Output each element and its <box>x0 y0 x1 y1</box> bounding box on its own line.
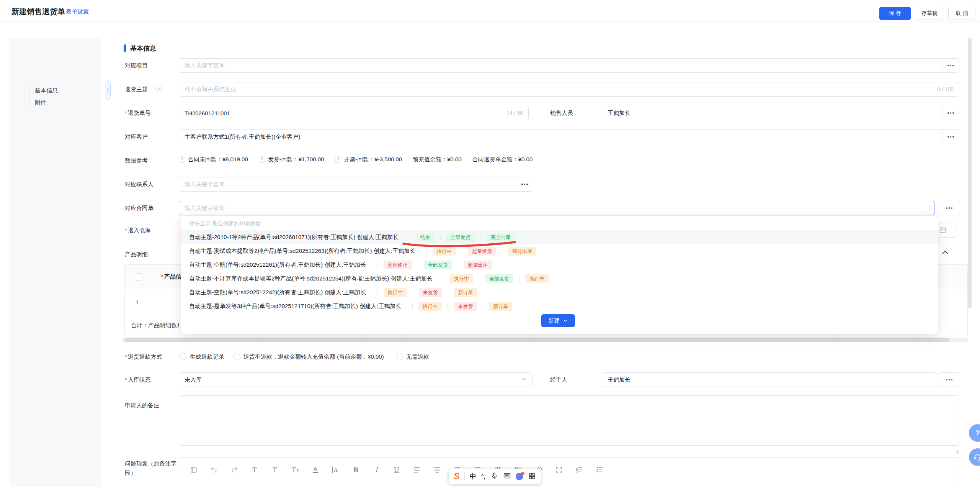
bullet-list-icon[interactable] <box>595 466 604 474</box>
save-button[interactable]: 保 存 <box>879 7 911 20</box>
calendar-icon[interactable] <box>939 226 947 235</box>
salesperson-input[interactable]: 王鹤加长 <box>602 106 959 120</box>
underline-icon[interactable]: U <box>392 466 401 474</box>
salesperson-more-button[interactable] <box>942 106 959 120</box>
status-badge: 执行中 <box>450 274 473 283</box>
inbound-status-value: 未入库 <box>185 376 202 384</box>
page-title: 新建销售退货单 <box>11 7 65 17</box>
customer-more-button[interactable] <box>942 130 959 144</box>
font-size-icon[interactable]: TT <box>291 466 299 474</box>
salesperson-value: 王鹤加长 <box>608 110 630 117</box>
keyboard-icon[interactable] <box>503 472 511 481</box>
table-horizontal-scrollbar[interactable] <box>122 338 969 342</box>
dropdown-item[interactable]: 自动主题-是单发等3种产品(单号:sd2025121710)(所有者:王鹤加长)… <box>181 299 938 313</box>
select-all-checkbox[interactable] <box>135 273 142 281</box>
applicant-note-label: 申请人的备注 <box>125 402 159 409</box>
font-color-icon[interactable]: A <box>311 466 320 474</box>
help-icon[interactable]: ? <box>155 86 162 92</box>
new-button[interactable]: 新建 <box>541 314 575 327</box>
sidebar-collapse-handle[interactable] <box>105 80 111 100</box>
dropdown-item[interactable]: 自动主题-空瓶(单号:sd202512242)(所有者:王鹤加长) 创建人:王鹤… <box>181 285 938 299</box>
order-no-input[interactable]: TH202601211001 14 / 50 <box>179 106 529 120</box>
customer-label: 对应客户 <box>125 133 148 141</box>
punctuation-icon[interactable]: °, <box>481 473 485 480</box>
contact-more-button[interactable] <box>516 177 533 191</box>
handler-input[interactable]: 王鹤加长 <box>602 372 937 387</box>
contract-input[interactable]: 输入关键字查询 <box>179 201 934 215</box>
customer-input[interactable]: 主客户联系方式1(所有者:王鹤加长)(企业客户) <box>179 130 959 144</box>
data-ref-item: ?开票-回款：¥-3,500.00 <box>335 156 402 163</box>
align-center-icon[interactable] <box>433 466 441 474</box>
collapse-section-button[interactable] <box>941 248 949 258</box>
strikethrough-icon[interactable]: T <box>250 466 259 474</box>
fullscreen-icon[interactable] <box>555 466 563 474</box>
inbound-status-select[interactable]: 未入库 <box>179 372 532 387</box>
radio-no-refund-to-balance-label[interactable]: 退货不退款，退款金额转入充值余额 (当前余额：¥0.00) <box>243 353 384 361</box>
more-icon <box>947 112 954 114</box>
chevron-down-icon <box>563 318 568 323</box>
handler-more-button[interactable] <box>939 372 960 387</box>
form-settings-link[interactable]: 表单设置 <box>66 8 89 15</box>
apps-grid-icon[interactable] <box>528 472 536 481</box>
status-tags: 执行中 未发货 新订单 <box>407 302 512 311</box>
status-tags: 结束 全部发货 完全出库 <box>404 233 515 242</box>
table-summary: 合计：产品明细数1 <box>131 322 180 329</box>
redo-icon[interactable] <box>230 466 238 474</box>
row-number: 1 <box>136 299 139 305</box>
warehouse-label: *退入仓库 <box>125 226 151 234</box>
insert-template-icon[interactable] <box>189 466 198 474</box>
applicant-note-textarea[interactable] <box>179 395 959 446</box>
order-no-value: TH202601211001 <box>185 110 230 116</box>
help-icon[interactable]: ? <box>259 156 265 163</box>
contact-label: 对应联系人 <box>125 180 154 188</box>
heading-icon[interactable]: T <box>271 466 279 474</box>
contact-input[interactable]: 输入关键字查询 <box>179 177 533 192</box>
status-badge: 未发货 <box>419 288 442 297</box>
project-more-button[interactable] <box>942 59 959 72</box>
sidebar-divider <box>29 84 29 109</box>
status-badge: 执行中 <box>384 288 407 297</box>
align-left-icon[interactable] <box>413 466 421 474</box>
contract-more-button[interactable] <box>939 201 960 215</box>
support-float-button[interactable] <box>969 448 980 466</box>
lang-mode-icon[interactable]: 中 <box>470 472 476 481</box>
help-icon[interactable]: ? <box>179 156 185 163</box>
scrollbar-thumb[interactable] <box>125 338 949 342</box>
skin-icon[interactable] <box>516 473 523 480</box>
dropdown-item[interactable]: 自动主题-测试成本提取等2种产品(单号:sd202512263)(所有者:王鹤加… <box>181 244 938 258</box>
radio-no-refund-to-balance[interactable] <box>233 353 240 360</box>
problem-rich-editor[interactable]: TTTTAABIU <box>179 457 959 487</box>
contract-dropdown: 优先显示 最近创建的10条数据 自动主题-2010-1等2种产品(单号:sd20… <box>181 216 938 334</box>
cancel-button[interactable]: 取 消 <box>948 7 975 20</box>
dropdown-item[interactable]: 自动主题-不计算库存成本提取等2种产品(单号:sd202512254)(所有者:… <box>181 272 938 285</box>
microphone-icon[interactable] <box>490 472 498 481</box>
radio-no-refund-needed[interactable] <box>396 353 403 360</box>
bold-icon[interactable]: B <box>352 466 360 474</box>
chevron-up-icon <box>941 248 949 257</box>
data-ref-label: 数据参考 <box>125 157 148 164</box>
subject-label: 退货主题 <box>125 85 148 93</box>
radio-generate-refund[interactable] <box>179 353 186 360</box>
save-draft-button[interactable]: 存草稿 <box>915 7 944 20</box>
project-input[interactable]: 输入关键字查询 <box>179 58 959 73</box>
help-icon[interactable]: ? <box>335 156 341 163</box>
subject-input[interactable]: 可不填写由系统生成 0 / 100 <box>179 82 959 97</box>
highlight-icon[interactable]: A <box>332 466 340 474</box>
page-header: 新建销售退货单 表单设置 保 存 存草稿 取 消 <box>0 0 980 22</box>
dropdown-item[interactable]: 自动主题-2010-1等2种产品(单号:sd202601071)(所有者:王鹤加… <box>181 230 938 244</box>
help-float-button[interactable]: ? <box>969 424 980 442</box>
sogou-logo-icon[interactable]: S <box>454 472 459 480</box>
sidebar-item-attachments[interactable]: 附件 <box>35 98 92 107</box>
undo-icon[interactable] <box>210 466 218 474</box>
radio-generate-refund-label[interactable]: 生成退款记录 <box>190 353 224 361</box>
required-asterisk: * <box>125 110 127 116</box>
radio-no-refund-needed-label[interactable]: 无需退款 <box>406 353 429 361</box>
italic-icon[interactable]: I <box>372 466 381 474</box>
dropdown-item[interactable]: 自动主题-空瓶(单号:sd202512261)(所有者:王鹤加长) 创建人:王鹤… <box>181 258 938 272</box>
status-badge: 执行中 <box>418 302 442 311</box>
status-badge: 执行中 <box>433 247 456 256</box>
handler-value: 王鹤加长 <box>608 376 630 384</box>
page-vertical-scrollbar[interactable] <box>968 38 972 308</box>
ordered-list-icon[interactable] <box>575 466 583 474</box>
sidebar-item-basic-info[interactable]: 基本信息 <box>35 86 92 95</box>
